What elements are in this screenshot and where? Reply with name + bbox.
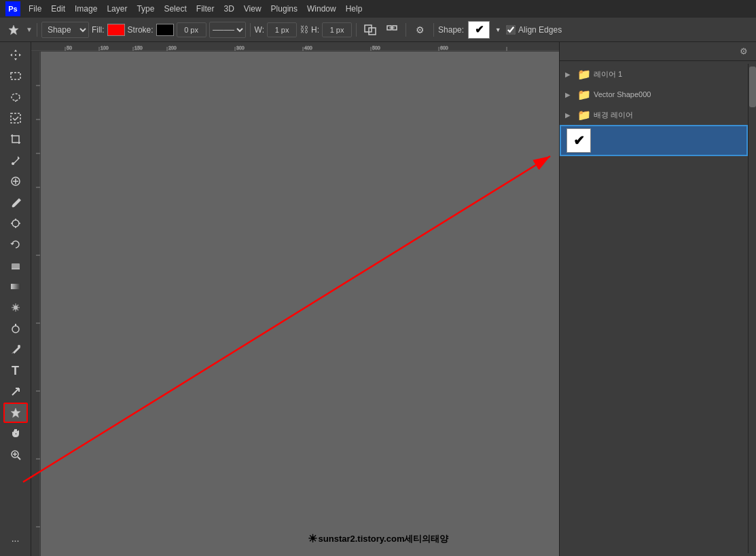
svg-point-52	[18, 345, 20, 348]
shape-label: Shape:	[438, 25, 464, 35]
tool-path-select[interactable]	[3, 382, 28, 402]
tool-more[interactable]: ···	[3, 530, 28, 551]
shape-thumbnail-checkmark: ✔	[573, 132, 585, 149]
tool-eraser[interactable]	[3, 255, 28, 276]
tool-gradient[interactable]	[3, 276, 28, 297]
layer-expand-icon[interactable]: ▶	[565, 71, 575, 78]
menu-layer[interactable]: Layer	[103, 3, 131, 15]
svg-text:400: 400	[304, 45, 312, 50]
app-icon: Ps	[5, 1, 20, 16]
svg-text:500: 500	[372, 45, 380, 50]
svg-line-58	[23, 156, 550, 482]
folder-icon: 📁	[577, 88, 591, 101]
panel-header: ⚙	[560, 42, 756, 61]
svg-point-50	[12, 326, 19, 333]
stroke-width-input[interactable]	[177, 22, 206, 37]
toolbar: ▼ Shape Path Pixels Fill: Stroke: ──── -…	[0, 18, 756, 42]
panel-gear-button[interactable]: ⚙	[737, 45, 751, 58]
menu-file[interactable]: File	[24, 3, 46, 15]
layer-item[interactable]: ▶ 📁 레이어 1	[560, 64, 748, 84]
width-input[interactable]	[267, 22, 297, 37]
layers-list: ▶ 📁 레이어 1 ▶ 📁 Vector Shape000 ▶ 📁 배경 레이어	[560, 61, 756, 556]
watermark-text: sunstar2.tistory.com세티의태양	[319, 533, 449, 545]
stroke-color-swatch[interactable]	[156, 24, 174, 36]
svg-rect-33	[11, 73, 20, 79]
fill-label: Fill:	[92, 25, 105, 35]
tool-marquee-rect[interactable]	[3, 66, 28, 86]
tool-zoom[interactable]	[3, 445, 28, 465]
shape-preview-checkmark: ✔	[475, 23, 484, 36]
shape-preview-box[interactable]: ✔	[468, 21, 490, 39]
folder-icon: 📁	[577, 109, 591, 122]
height-label: H:	[311, 25, 319, 35]
tool-object-select[interactable]	[3, 108, 28, 128]
menu-edit[interactable]: Edit	[47, 3, 69, 15]
menu-filter[interactable]: Filter	[192, 3, 219, 15]
shape-dropdown-arrow[interactable]: ▼	[492, 21, 503, 39]
svg-text:600: 600	[440, 45, 448, 50]
tool-eyedropper[interactable]	[3, 150, 28, 170]
menu-help[interactable]: Help	[342, 3, 367, 15]
width-label: W:	[255, 25, 264, 35]
svg-rect-0	[365, 25, 372, 32]
panel-scrollbar[interactable]	[748, 64, 756, 553]
fill-color-swatch[interactable]	[107, 24, 125, 36]
align-edges-checkbox[interactable]	[506, 25, 516, 35]
svg-text:150: 150	[134, 45, 143, 50]
svg-point-34	[12, 94, 20, 100]
stroke-style-select[interactable]: ──── - - - · · ·	[209, 22, 246, 38]
menu-bar: Ps File Edit Image Layer Type Select Fil…	[0, 0, 756, 18]
svg-text:100: 100	[101, 45, 109, 50]
tool-move[interactable]	[3, 45, 28, 65]
layer-expand-icon[interactable]: ▶	[565, 111, 575, 119]
path-align-icon[interactable]	[382, 21, 401, 39]
svg-point-41	[12, 220, 19, 227]
tool-brush[interactable]	[3, 192, 28, 212]
tool-type[interactable]: T	[3, 360, 28, 381]
height-input[interactable]	[322, 22, 352, 37]
watermark-icon: ☀	[308, 532, 317, 545]
layer-name: 배경 레이어	[594, 110, 742, 120]
tool-dodge[interactable]	[3, 318, 28, 339]
svg-rect-48	[11, 284, 20, 289]
path-settings-icon[interactable]: ⚙	[410, 21, 429, 39]
tool-hand[interactable]	[3, 424, 28, 444]
menu-type[interactable]: Type	[132, 3, 158, 15]
svg-text:300: 300	[236, 45, 245, 50]
watermark: ☀ sunstar2.tistory.com세티의태양	[308, 532, 449, 545]
shape-thumbnail: ✔	[566, 128, 591, 153]
shape-mode-select[interactable]: Shape Path Pixels	[41, 22, 89, 38]
tool-shape[interactable]	[3, 403, 28, 423]
right-panel: ⚙ ▶ 📁 레이어 1 ▶ 📁 Vector Shape000 ▶ 📁	[559, 42, 756, 556]
scrollbar-thumb[interactable]	[749, 67, 756, 107]
layer-name: Vector Shape000	[594, 90, 742, 98]
tool-lasso[interactable]	[3, 87, 28, 107]
tool-crop[interactable]	[3, 129, 28, 149]
path-combine-icon[interactable]	[361, 21, 380, 39]
menu-image[interactable]: Image	[71, 3, 101, 15]
menu-3d[interactable]: 3D	[219, 3, 238, 15]
svg-rect-36	[11, 113, 20, 123]
tool-clone-stamp[interactable]	[3, 213, 28, 234]
ruler-left	[31, 52, 41, 556]
svg-text:200: 200	[168, 45, 177, 50]
layer-expand-icon[interactable]: ▶	[565, 91, 575, 98]
tool-heal[interactable]	[3, 171, 28, 191]
menu-window[interactable]: Window	[303, 3, 340, 15]
layer-item[interactable]: ▶ 📁 배경 레이어	[560, 105, 748, 125]
tool-blur[interactable]	[3, 297, 28, 318]
tool-pen[interactable]	[3, 339, 28, 360]
ruler-top: 50 100 150 200 300 400 500 600	[31, 42, 559, 52]
folder-icon: 📁	[577, 68, 591, 81]
tool-history-brush[interactable]	[3, 234, 28, 255]
svg-rect-1	[369, 28, 376, 35]
tool-mode-icon[interactable]	[4, 21, 23, 39]
selected-shape-layer[interactable]: ✔	[560, 125, 748, 156]
menu-plugins[interactable]: Plugins	[267, 3, 302, 15]
chain-link-icon[interactable]: ⛓	[300, 24, 308, 35]
menu-select[interactable]: Select	[160, 3, 190, 15]
svg-point-37	[12, 162, 14, 165]
menu-view[interactable]: View	[240, 3, 266, 15]
layer-item[interactable]: ▶ 📁 Vector Shape000	[560, 84, 748, 105]
stroke-label: Stroke:	[128, 25, 154, 35]
